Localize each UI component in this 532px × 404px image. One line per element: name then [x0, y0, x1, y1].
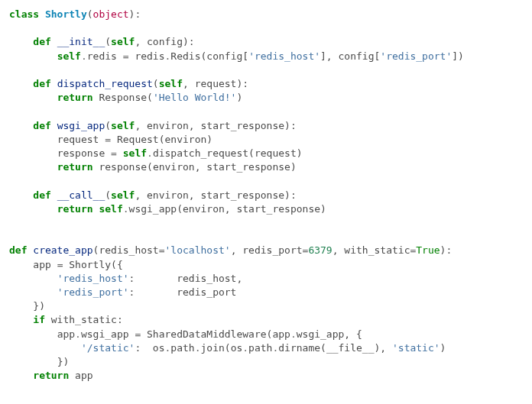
method-wsgi-app: wsgi_app — [57, 120, 105, 131]
id-config: config — [206, 50, 242, 62]
param-environ: environ — [147, 189, 189, 201]
class-shared-data: SharedDataMiddleware — [147, 328, 267, 340]
string-redis-host: 'redis_host' — [248, 50, 320, 62]
keyword-if: if — [33, 314, 45, 325]
self: self — [159, 78, 183, 89]
func-dirname: dirname — [278, 342, 320, 354]
param-redis-port: redis_port — [242, 244, 302, 256]
call-dispatch: dispatch_request — [153, 147, 248, 159]
self: self — [57, 50, 81, 62]
param-request: request — [195, 78, 237, 89]
class-Request: Request — [117, 134, 159, 145]
dict-val-host: redis_host — [177, 273, 236, 284]
param-with-static: with_static — [344, 244, 410, 256]
class-Redis: Redis — [170, 50, 200, 62]
dict-key-host: 'redis_host' — [57, 273, 129, 284]
dict-key-port: 'redis_port' — [57, 286, 129, 298]
class-Shortly: Shortly — [69, 259, 111, 270]
keyword-return: return — [33, 370, 69, 381]
func-join: join — [200, 342, 224, 354]
id-environ: environ — [165, 134, 207, 145]
method-call: __call__ — [57, 189, 105, 201]
id-environ: environ — [183, 203, 225, 215]
self: self — [99, 203, 122, 215]
class-name: Shortly — [45, 8, 87, 20]
param-start-response: start_response — [201, 120, 285, 131]
id-start-response: start_response — [236, 203, 320, 215]
attr-path: path — [170, 342, 194, 354]
self: self — [111, 189, 135, 201]
dot: . — [81, 50, 87, 62]
class-Response: Response — [99, 92, 147, 103]
builtin-object: object — [93, 8, 129, 20]
dict-val-port: redis_port — [177, 286, 236, 298]
module-redis: redis — [135, 50, 164, 62]
keyword-def: def — [33, 120, 50, 131]
self: self — [111, 36, 135, 47]
id-request: request — [255, 147, 297, 159]
keyword-return: return — [57, 92, 93, 103]
self: self — [123, 147, 147, 159]
attr-redis: redis — [87, 50, 117, 62]
id-environ: environ — [153, 161, 195, 173]
method-dispatch: dispatch_request — [57, 78, 153, 89]
call-wsgi-app: wsgi_app — [129, 203, 177, 215]
number-6379: 6379 — [308, 244, 332, 256]
keyword-class: class — [9, 8, 39, 20]
string-static: 'static' — [392, 342, 440, 354]
attr-wsgi-app: wsgi_app — [81, 328, 129, 340]
keyword-return: return — [57, 161, 93, 173]
var-app: app — [33, 259, 50, 270]
param-redis-host: redis_host — [99, 244, 158, 256]
param-start-response: start_response — [201, 189, 285, 201]
string-static-key: '/static' — [81, 342, 135, 354]
string-hello: 'Hello World!' — [153, 92, 237, 103]
id-app: app — [272, 328, 290, 340]
param-config: config — [147, 36, 183, 47]
string-redis-port: 'redis_port' — [380, 50, 452, 62]
id-config: config — [339, 50, 375, 62]
string-localhost: 'localhost' — [165, 244, 231, 256]
var-request: request — [57, 134, 99, 145]
var-file: __file__ — [326, 342, 375, 354]
builtin-true: True — [416, 244, 440, 256]
module-os: os — [153, 342, 165, 354]
keyword-def: def — [9, 244, 27, 256]
attr-wsgi-app: wsgi_app — [297, 328, 345, 340]
id-response: response — [99, 161, 147, 173]
python-code-block: class Shortly(object): def __init__(self… — [0, 0, 532, 383]
id-with-static: with_static — [51, 314, 117, 325]
id-start-response: start_response — [206, 161, 290, 173]
param-environ: environ — [147, 120, 189, 131]
equals: = — [123, 50, 129, 62]
method-init: __init__ — [57, 36, 105, 47]
keyword-def: def — [33, 36, 50, 47]
keyword-return: return — [57, 203, 93, 215]
attr-path: path — [248, 342, 272, 354]
id-app: app — [57, 328, 75, 340]
keyword-def: def — [33, 78, 50, 89]
var-response: response — [57, 147, 105, 159]
module-os: os — [231, 342, 243, 354]
self: self — [111, 120, 135, 131]
id-app: app — [75, 370, 92, 381]
keyword-def: def — [33, 189, 50, 201]
func-create-app: create_app — [33, 244, 92, 256]
